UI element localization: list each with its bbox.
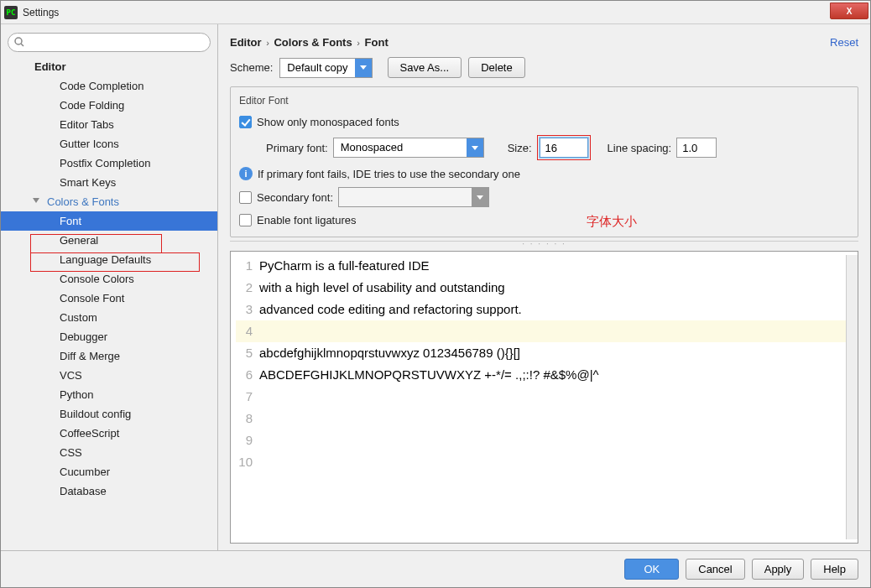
preview-line: 7 bbox=[236, 386, 853, 408]
search-icon bbox=[13, 36, 25, 48]
settings-tree[interactable]: Editor Code Completion Code Folding Edit… bbox=[1, 57, 217, 550]
grip-icon: · · · · · · bbox=[522, 239, 566, 248]
window-title: Settings bbox=[23, 7, 59, 18]
main-panel: Editor › Colors & Fonts › Font Reset Sch… bbox=[218, 24, 870, 550]
preview-line: 1PyCharm is a full-featured IDE bbox=[236, 255, 853, 277]
monospace-only-checkbox[interactable] bbox=[239, 116, 252, 128]
preview-line: 3advanced code editing and refactoring s… bbox=[236, 299, 853, 320]
size-highlight-box bbox=[537, 135, 591, 160]
svg-point-0 bbox=[15, 38, 22, 44]
sidebar: Editor Code Completion Code Folding Edit… bbox=[1, 24, 218, 550]
tree-item[interactable]: CoffeeScript bbox=[1, 424, 217, 443]
breadcrumb: Editor › Colors & Fonts › Font bbox=[230, 36, 389, 49]
tree-item[interactable]: Editor Tabs bbox=[1, 115, 217, 134]
ligatures-checkbox[interactable] bbox=[239, 214, 252, 226]
scheme-label: Scheme: bbox=[230, 61, 273, 74]
reset-link[interactable]: Reset bbox=[830, 36, 858, 49]
secondary-font-label: Secondary font: bbox=[257, 191, 333, 204]
group-legend: Editor Font bbox=[236, 95, 292, 107]
tree-item-font[interactable]: Font bbox=[1, 211, 217, 231]
tree-item[interactable]: Cucumber bbox=[1, 462, 217, 481]
size-label: Size: bbox=[508, 142, 532, 154]
line-spacing-input[interactable] bbox=[676, 138, 717, 158]
monospace-only-label: Show only monospaced fonts bbox=[257, 116, 399, 128]
primary-font-select[interactable]: Monospaced bbox=[333, 138, 484, 158]
titlebar: PC Settings X bbox=[1, 1, 870, 24]
tree-item[interactable]: Debugger bbox=[1, 327, 217, 346]
vertical-scrollbar[interactable] bbox=[846, 255, 858, 539]
primary-font-label: Primary font: bbox=[266, 142, 328, 154]
ok-button[interactable]: OK bbox=[624, 559, 679, 580]
search-input[interactable] bbox=[8, 33, 211, 52]
app-icon: PC bbox=[4, 6, 18, 19]
preview-line: 4 bbox=[236, 320, 853, 342]
tree-item[interactable]: General bbox=[1, 231, 217, 250]
secondary-font-select[interactable] bbox=[338, 187, 489, 207]
help-button[interactable]: Help bbox=[811, 559, 858, 580]
tree-section-colors-fonts[interactable]: Colors & Fonts bbox=[1, 192, 217, 211]
svg-line-1 bbox=[21, 44, 23, 46]
tree-item[interactable]: Buildout config bbox=[1, 404, 217, 424]
annotation-text: 字体大小 bbox=[587, 214, 637, 230]
tree-item[interactable]: VCS bbox=[1, 366, 217, 385]
save-as-button[interactable]: Save As... bbox=[388, 57, 462, 78]
dropdown-icon[interactable] bbox=[472, 188, 488, 206]
tree-item[interactable]: Language Defaults bbox=[1, 250, 217, 269]
preview-line: 5abcdefghijklmnopqrstuvwxyz 0123456789 (… bbox=[236, 342, 853, 364]
apply-button[interactable]: Apply bbox=[752, 559, 805, 580]
primary-font-value: Monospaced bbox=[334, 138, 467, 157]
tree-item[interactable]: Console Colors bbox=[1, 269, 217, 289]
preview-line: 10 bbox=[236, 451, 853, 473]
tree-root-editor[interactable]: Editor bbox=[1, 57, 217, 76]
scheme-value: Default copy bbox=[280, 59, 354, 77]
tree-item[interactable]: Code Folding bbox=[1, 96, 217, 115]
chevron-down-icon bbox=[33, 198, 39, 203]
tree-item[interactable]: Python bbox=[1, 385, 217, 404]
scheme-select[interactable]: Default copy bbox=[279, 58, 372, 78]
secondary-info-text: If primary font fails, IDE tries to use … bbox=[258, 168, 520, 180]
tree-item[interactable]: Gutter Icons bbox=[1, 134, 217, 154]
secondary-font-checkbox[interactable] bbox=[239, 191, 252, 204]
tree-item[interactable]: Code Completion bbox=[1, 76, 217, 96]
dropdown-icon[interactable] bbox=[355, 59, 372, 77]
dialog-footer: OK Cancel Apply Help bbox=[1, 550, 870, 587]
preview-line: 2with a high level of usability and outs… bbox=[236, 277, 853, 299]
dropdown-icon[interactable] bbox=[467, 138, 483, 157]
tree-item[interactable]: Custom bbox=[1, 308, 217, 327]
tree-item[interactable]: Database bbox=[1, 481, 217, 501]
preview-line: 9 bbox=[236, 429, 853, 451]
tree-item[interactable]: CSS bbox=[1, 443, 217, 462]
info-icon: i bbox=[239, 167, 253, 180]
tree-item[interactable]: Postfix Completion bbox=[1, 154, 217, 173]
delete-button[interactable]: Delete bbox=[468, 57, 525, 78]
tree-item[interactable]: Diff & Merge bbox=[1, 346, 217, 366]
tree-item[interactable]: Smart Keys bbox=[1, 173, 217, 192]
font-preview: 1PyCharm is a full-featured IDE2with a h… bbox=[230, 251, 858, 544]
ligatures-label: Enable font ligatures bbox=[257, 214, 357, 226]
preview-line: 8 bbox=[236, 408, 853, 429]
cancel-button[interactable]: Cancel bbox=[686, 559, 744, 580]
section-label: Colors & Fonts bbox=[47, 195, 119, 208]
line-spacing-label: Line spacing: bbox=[608, 142, 672, 154]
tree-item[interactable]: Console Font bbox=[1, 289, 217, 308]
editor-font-group: Editor Font Show only monospaced fonts P… bbox=[230, 86, 858, 237]
secondary-font-value bbox=[339, 188, 472, 206]
window-close-button[interactable]: X bbox=[830, 3, 868, 19]
splitter-handle[interactable]: · · · · · · bbox=[230, 241, 858, 251]
preview-line: 6ABCDEFGHIJKLMNOPQRSTUVWXYZ +-*/= .,;:!?… bbox=[236, 364, 853, 386]
size-input[interactable] bbox=[540, 138, 588, 158]
